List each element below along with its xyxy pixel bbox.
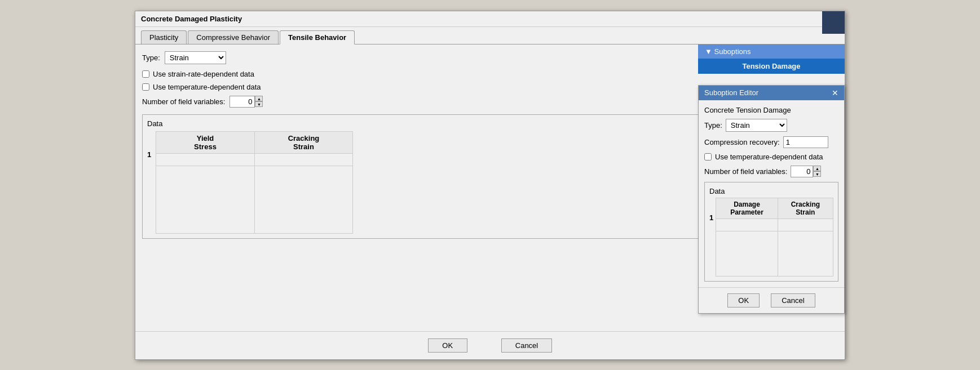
se-spinner-up[interactable]: ▲ (813, 166, 821, 171)
se-table-container: 1 DamageParameter CrackingStrain (709, 198, 833, 277)
suboptions-button[interactable]: ▼ Suboptions (698, 44, 845, 59)
se-spinner-down[interactable]: ▼ (813, 171, 821, 177)
col-cracking-strain: CrackingStrain (254, 131, 353, 153)
strain-rate-checkbox[interactable] (142, 70, 149, 78)
table-row-num: 1 (147, 131, 153, 234)
se-data-table: DamageParameter CrackingStrain (716, 198, 833, 277)
se-cell-damage-1[interactable] (716, 219, 778, 231)
suboption-editor-title-text: Suboption Editor (704, 88, 758, 97)
se-type-select[interactable]: Strain Displacement (726, 119, 787, 132)
table-row-1 (156, 153, 353, 166)
se-data-group: Data 1 DamageParameter CrackingStrain (704, 182, 838, 282)
tab-compressive-behavior[interactable]: Compressive Behavior (188, 30, 279, 44)
suboption-editor-body: Concrete Tension Damage Type: Strain Dis… (699, 100, 844, 287)
se-type-row: Type: Strain Displacement (704, 119, 838, 132)
num-field-label: Number of field variables: (142, 97, 225, 106)
tension-damage-button[interactable]: Tension Damage (698, 59, 845, 74)
spinner-down[interactable]: ▼ (255, 101, 263, 107)
tabs-row: Plasticity Compressive Behavior Tensile … (135, 27, 845, 44)
se-cell-empty-2 (778, 231, 833, 276)
col-yield-stress: YieldStress (156, 131, 255, 153)
se-spinner-buttons: ▲ ▼ (813, 166, 821, 177)
temperature-checkbox[interactable] (142, 83, 149, 91)
se-row-num: 1 (709, 198, 713, 277)
main-dialog: Concrete Damaged Plasticity Plasticity C… (135, 11, 845, 360)
cell-empty-2 (254, 166, 353, 233)
suboption-editor: Suboption Editor ✕ Concrete Tension Dama… (698, 85, 845, 314)
se-compression-recovery-row: Compression recovery: (704, 136, 838, 148)
se-temperature-checkbox-row: Use temperature-dependent data (704, 153, 838, 161)
se-section-title: Concrete Tension Damage (704, 106, 791, 114)
se-ok-button[interactable]: OK (727, 293, 760, 307)
type-label: Type: (142, 54, 160, 62)
suboption-editor-titlebar: Suboption Editor ✕ (699, 86, 844, 100)
se-compression-recovery-label: Compression recovery: (704, 138, 780, 146)
type-select[interactable]: Strain Displacement GFI (165, 51, 226, 64)
cell-yield-stress-1[interactable] (156, 153, 255, 166)
se-data-label: Data (709, 187, 833, 195)
cell-empty-1 (156, 166, 255, 233)
se-num-field-row: Number of field variables: ▲ ▼ (704, 166, 838, 177)
spinner-buttons: ▲ ▼ (255, 96, 263, 107)
se-table-row-empty (716, 231, 833, 276)
se-section-title-row: Concrete Tension Damage (704, 106, 838, 114)
strain-rate-label: Use strain-rate-dependent data (153, 70, 254, 78)
num-field-input[interactable] (229, 96, 255, 108)
suboptions-panel: ▼ Suboptions Tension Damage (698, 44, 845, 74)
top-right-decoration (822, 11, 845, 34)
cell-cracking-strain-1[interactable] (254, 153, 353, 166)
se-temperature-label: Use temperature-dependent data (715, 153, 823, 161)
se-compression-recovery-input[interactable] (783, 136, 828, 148)
se-cell-empty-1 (716, 231, 778, 276)
se-temperature-checkbox[interactable] (704, 153, 712, 161)
suboption-editor-close-button[interactable]: ✕ (832, 88, 838, 97)
se-cancel-button[interactable]: Cancel (771, 293, 815, 307)
se-col-damage-parameter: DamageParameter (716, 198, 778, 219)
temperature-label: Use temperature-dependent data (153, 83, 261, 91)
table-row-empty (156, 166, 353, 233)
se-type-label: Type: (704, 121, 722, 130)
se-table-row-1 (716, 219, 833, 231)
ok-button[interactable]: OK (428, 338, 467, 353)
se-col-cracking-strain: CrackingStrain (778, 198, 833, 219)
se-bottom-buttons: OK Cancel (699, 287, 844, 313)
se-num-field-input[interactable] (791, 166, 813, 177)
tab-tensile-behavior[interactable]: Tensile Behavior (280, 30, 355, 44)
se-cell-cracking-1[interactable] (778, 219, 833, 231)
dialog-title: Concrete Damaged Plasticity (135, 11, 845, 27)
num-field-spinner: ▲ ▼ (229, 96, 263, 108)
se-num-field-label: Number of field variables: (704, 167, 787, 176)
cancel-button[interactable]: Cancel (501, 338, 552, 353)
main-data-table: YieldStress CrackingStrain (156, 131, 353, 234)
tab-plasticity[interactable]: Plasticity (141, 30, 187, 44)
spinner-up[interactable]: ▲ (255, 96, 263, 101)
bottom-buttons: OK Cancel (135, 331, 845, 359)
content-area: ▼ Suboptions Tension Damage Suboption Ed… (135, 44, 845, 331)
se-num-field-spinner: ▲ ▼ (791, 166, 821, 177)
